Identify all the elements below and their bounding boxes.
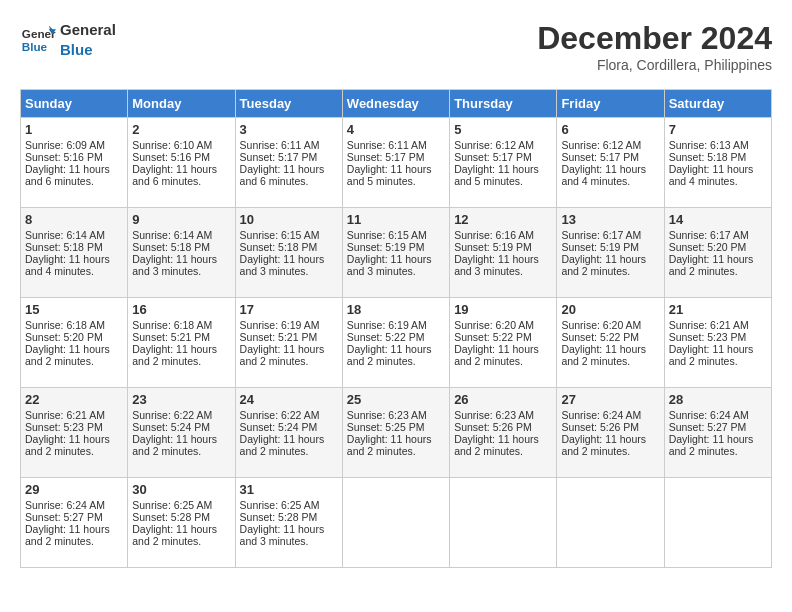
day-number: 5: [454, 122, 552, 137]
day-number: 23: [132, 392, 230, 407]
sunset-text: Sunset: 5:24 PM: [132, 421, 210, 433]
calendar-week-row: 29 Sunrise: 6:24 AM Sunset: 5:27 PM Dayl…: [21, 478, 772, 568]
daylight-text: Daylight: 11 hours and 6 minutes.: [240, 163, 325, 187]
table-cell: 23 Sunrise: 6:22 AM Sunset: 5:24 PM Dayl…: [128, 388, 235, 478]
table-cell: 4 Sunrise: 6:11 AM Sunset: 5:17 PM Dayli…: [342, 118, 449, 208]
sunrise-text: Sunrise: 6:23 AM: [454, 409, 534, 421]
table-cell: [664, 478, 771, 568]
sunrise-text: Sunrise: 6:22 AM: [132, 409, 212, 421]
table-cell: 22 Sunrise: 6:21 AM Sunset: 5:23 PM Dayl…: [21, 388, 128, 478]
sunrise-text: Sunrise: 6:18 AM: [25, 319, 105, 331]
col-wednesday: Wednesday: [342, 90, 449, 118]
table-cell: 5 Sunrise: 6:12 AM Sunset: 5:17 PM Dayli…: [450, 118, 557, 208]
daylight-text: Daylight: 11 hours and 2 minutes.: [25, 343, 110, 367]
table-cell: [557, 478, 664, 568]
logo: General Blue General Blue: [20, 20, 116, 59]
sunrise-text: Sunrise: 6:23 AM: [347, 409, 427, 421]
col-tuesday: Tuesday: [235, 90, 342, 118]
day-number: 4: [347, 122, 445, 137]
daylight-text: Daylight: 11 hours and 6 minutes.: [25, 163, 110, 187]
table-cell: 2 Sunrise: 6:10 AM Sunset: 5:16 PM Dayli…: [128, 118, 235, 208]
header-row: Sunday Monday Tuesday Wednesday Thursday…: [21, 90, 772, 118]
sunset-text: Sunset: 5:17 PM: [347, 151, 425, 163]
daylight-text: Daylight: 11 hours and 5 minutes.: [454, 163, 539, 187]
table-cell: 18 Sunrise: 6:19 AM Sunset: 5:22 PM Dayl…: [342, 298, 449, 388]
table-cell: 13 Sunrise: 6:17 AM Sunset: 5:19 PM Dayl…: [557, 208, 664, 298]
daylight-text: Daylight: 11 hours and 2 minutes.: [240, 433, 325, 457]
day-number: 16: [132, 302, 230, 317]
sunset-text: Sunset: 5:17 PM: [454, 151, 532, 163]
table-cell: 27 Sunrise: 6:24 AM Sunset: 5:26 PM Dayl…: [557, 388, 664, 478]
sunset-text: Sunset: 5:28 PM: [240, 511, 318, 523]
daylight-text: Daylight: 11 hours and 2 minutes.: [25, 523, 110, 547]
sunset-text: Sunset: 5:18 PM: [132, 241, 210, 253]
table-cell: 12 Sunrise: 6:16 AM Sunset: 5:19 PM Dayl…: [450, 208, 557, 298]
sunset-text: Sunset: 5:18 PM: [240, 241, 318, 253]
day-number: 8: [25, 212, 123, 227]
sunset-text: Sunset: 5:17 PM: [240, 151, 318, 163]
sunrise-text: Sunrise: 6:22 AM: [240, 409, 320, 421]
sunset-text: Sunset: 5:22 PM: [561, 331, 639, 343]
daylight-text: Daylight: 11 hours and 6 minutes.: [132, 163, 217, 187]
table-cell: 10 Sunrise: 6:15 AM Sunset: 5:18 PM Dayl…: [235, 208, 342, 298]
daylight-text: Daylight: 11 hours and 2 minutes.: [669, 343, 754, 367]
day-number: 24: [240, 392, 338, 407]
day-number: 9: [132, 212, 230, 227]
col-thursday: Thursday: [450, 90, 557, 118]
sunrise-text: Sunrise: 6:24 AM: [25, 499, 105, 511]
sunrise-text: Sunrise: 6:25 AM: [132, 499, 212, 511]
col-friday: Friday: [557, 90, 664, 118]
daylight-text: Daylight: 11 hours and 3 minutes.: [347, 253, 432, 277]
table-cell: 11 Sunrise: 6:15 AM Sunset: 5:19 PM Dayl…: [342, 208, 449, 298]
table-cell: 9 Sunrise: 6:14 AM Sunset: 5:18 PM Dayli…: [128, 208, 235, 298]
table-cell: 26 Sunrise: 6:23 AM Sunset: 5:26 PM Dayl…: [450, 388, 557, 478]
day-number: 25: [347, 392, 445, 407]
title-block: December 2024 Flora, Cordillera, Philipp…: [537, 20, 772, 73]
sunrise-text: Sunrise: 6:11 AM: [347, 139, 427, 151]
sunset-text: Sunset: 5:21 PM: [132, 331, 210, 343]
day-number: 1: [25, 122, 123, 137]
table-cell: 19 Sunrise: 6:20 AM Sunset: 5:22 PM Dayl…: [450, 298, 557, 388]
day-number: 19: [454, 302, 552, 317]
day-number: 18: [347, 302, 445, 317]
daylight-text: Daylight: 11 hours and 2 minutes.: [669, 253, 754, 277]
table-cell: 17 Sunrise: 6:19 AM Sunset: 5:21 PM Dayl…: [235, 298, 342, 388]
daylight-text: Daylight: 11 hours and 4 minutes.: [25, 253, 110, 277]
sunset-text: Sunset: 5:27 PM: [25, 511, 103, 523]
daylight-text: Daylight: 11 hours and 5 minutes.: [347, 163, 432, 187]
day-number: 29: [25, 482, 123, 497]
sunset-text: Sunset: 5:18 PM: [25, 241, 103, 253]
sunrise-text: Sunrise: 6:12 AM: [561, 139, 641, 151]
calendar-week-row: 8 Sunrise: 6:14 AM Sunset: 5:18 PM Dayli…: [21, 208, 772, 298]
daylight-text: Daylight: 11 hours and 2 minutes.: [561, 343, 646, 367]
daylight-text: Daylight: 11 hours and 2 minutes.: [240, 343, 325, 367]
logo-icon: General Blue: [20, 22, 56, 58]
sunset-text: Sunset: 5:17 PM: [561, 151, 639, 163]
sunset-text: Sunset: 5:26 PM: [454, 421, 532, 433]
day-number: 26: [454, 392, 552, 407]
day-number: 17: [240, 302, 338, 317]
daylight-text: Daylight: 11 hours and 2 minutes.: [132, 433, 217, 457]
sunrise-text: Sunrise: 6:15 AM: [347, 229, 427, 241]
col-sunday: Sunday: [21, 90, 128, 118]
sunrise-text: Sunrise: 6:18 AM: [132, 319, 212, 331]
sunrise-text: Sunrise: 6:17 AM: [561, 229, 641, 241]
sunset-text: Sunset: 5:23 PM: [669, 331, 747, 343]
day-number: 20: [561, 302, 659, 317]
table-cell: 7 Sunrise: 6:13 AM Sunset: 5:18 PM Dayli…: [664, 118, 771, 208]
sunrise-text: Sunrise: 6:21 AM: [25, 409, 105, 421]
col-saturday: Saturday: [664, 90, 771, 118]
sunrise-text: Sunrise: 6:16 AM: [454, 229, 534, 241]
day-number: 7: [669, 122, 767, 137]
sunset-text: Sunset: 5:27 PM: [669, 421, 747, 433]
sunrise-text: Sunrise: 6:12 AM: [454, 139, 534, 151]
table-cell: 21 Sunrise: 6:21 AM Sunset: 5:23 PM Dayl…: [664, 298, 771, 388]
sunrise-text: Sunrise: 6:19 AM: [240, 319, 320, 331]
sunset-text: Sunset: 5:23 PM: [25, 421, 103, 433]
sunrise-text: Sunrise: 6:14 AM: [25, 229, 105, 241]
day-number: 30: [132, 482, 230, 497]
calendar-week-row: 1 Sunrise: 6:09 AM Sunset: 5:16 PM Dayli…: [21, 118, 772, 208]
sunrise-text: Sunrise: 6:17 AM: [669, 229, 749, 241]
daylight-text: Daylight: 11 hours and 3 minutes.: [132, 253, 217, 277]
day-number: 2: [132, 122, 230, 137]
